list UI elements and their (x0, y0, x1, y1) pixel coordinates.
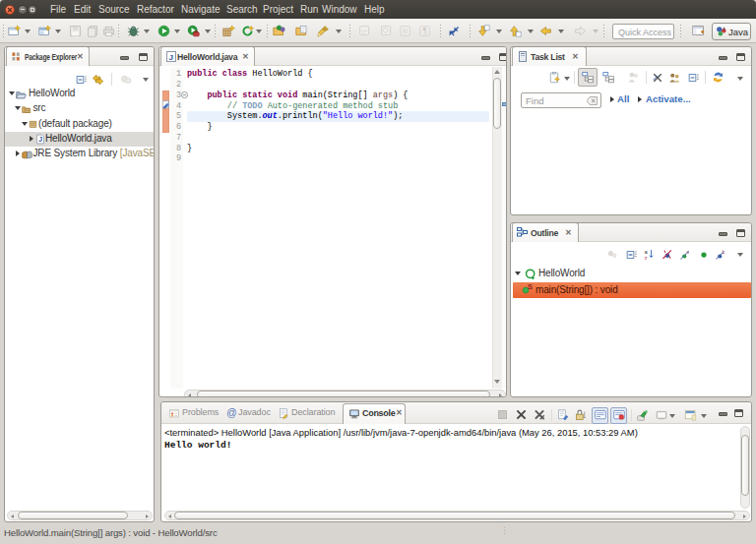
svg-text:J: J (38, 136, 42, 143)
svg-text:J: J (169, 53, 173, 62)
svg-text:a: a (645, 249, 648, 255)
svg-text:¶: ¶ (423, 27, 427, 35)
svg-text:z: z (645, 255, 648, 261)
